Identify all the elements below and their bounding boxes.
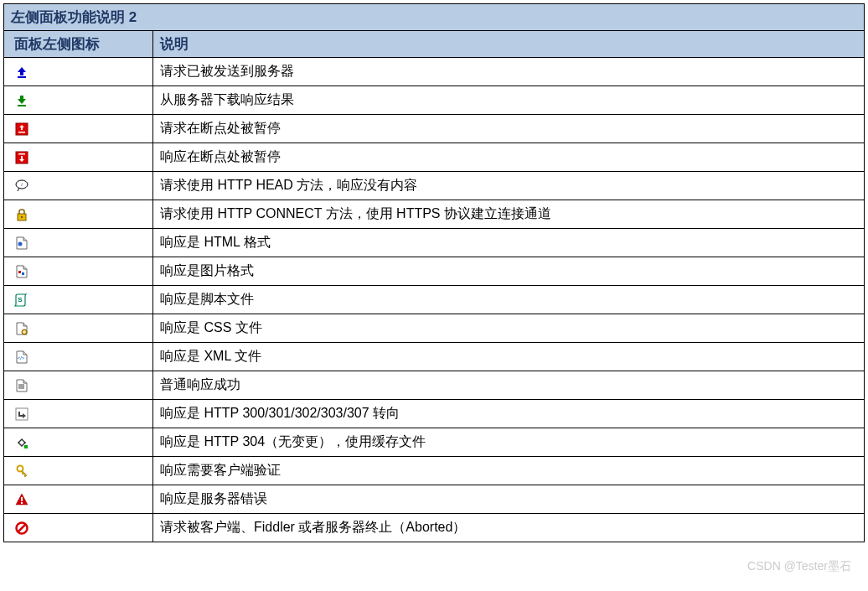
svg-rect-20 [24, 445, 28, 448]
table-row: 响应需要客户端验证 [4, 457, 865, 485]
row-desc: 从服务器下载响应结果 [153, 86, 865, 115]
table-row: 从服务器下载响应结果 [4, 86, 865, 115]
row-desc: 响应是 CSS 文件 [153, 314, 865, 343]
row-desc: 响应需要客户端验证 [153, 457, 865, 485]
table-row: 请求被客户端、Fiddler 或者服务器终止（Aborted） [4, 514, 865, 542]
svg-text:S: S [18, 296, 23, 303]
row-desc: 请求使用 HTTP CONNECT 方法，使用 HTTPS 协议建立连接通道 [153, 200, 865, 229]
svg-point-10 [18, 241, 23, 246]
row-desc: 响应是 XML 文件 [153, 343, 865, 371]
svg-rect-5 [18, 153, 25, 155]
svg-rect-1 [18, 105, 26, 106]
xml-icon: </> [14, 350, 29, 365]
table-row: 响应是图片格式 [4, 257, 865, 286]
row-desc: 请求已被发送到服务器 [153, 58, 865, 86]
table-row: 响应是 HTTP 300/301/302/303/307 转向 [4, 400, 865, 428]
icon-legend-table: 左侧面板功能说明 2 面板左侧图标 说明 请求已被发送到服务器 从服务器下载响应… [3, 3, 865, 542]
auth-icon [14, 464, 29, 479]
row-desc: 响应是图片格式 [153, 257, 865, 286]
svg-rect-12 [22, 272, 24, 275]
table-row: 请求已被发送到服务器 [4, 58, 865, 86]
row-desc: 请求使用 HTTP HEAD 方法，响应没有内容 [153, 172, 865, 200]
row-desc: 响应在断点处被暂停 [153, 143, 865, 172]
table-row: 普通响应成功 [4, 371, 865, 400]
lock-icon [14, 207, 29, 222]
download-icon [14, 93, 29, 108]
svg-rect-0 [18, 76, 26, 78]
script-icon: S [14, 293, 29, 308]
svg-rect-19 [16, 408, 28, 420]
svg-rect-22 [21, 497, 23, 501]
image-icon [14, 264, 29, 279]
upload-icon [14, 65, 29, 80]
row-desc: 响应是 HTTP 304（无变更），使用缓存文件 [153, 428, 865, 457]
table-row: 响应在断点处被暂停 [4, 143, 865, 172]
table-row: 响应是 HTTP 304（无变更），使用缓存文件 [4, 428, 865, 457]
error-icon [14, 492, 29, 507]
svg-rect-11 [18, 271, 21, 273]
row-desc: 普通响应成功 [153, 371, 865, 400]
col-header-desc: 说明 [153, 31, 865, 58]
table-title: 左侧面板功能说明 2 [4, 4, 865, 31]
table-row: S 响应是脚本文件 [4, 286, 865, 314]
redirect-icon [14, 407, 29, 422]
row-desc: 响应是服务器错误 [153, 485, 865, 514]
table-row: 响应是 CSS 文件 [4, 314, 865, 343]
row-desc: 响应是脚本文件 [153, 286, 865, 314]
aborted-icon [14, 521, 29, 536]
table-row: </> 响应是 XML 文件 [4, 343, 865, 371]
table-row: 请求在断点处被暂停 [4, 115, 865, 143]
breakpoint-req-icon [14, 122, 29, 137]
table-row: i 请求使用 HTTP HEAD 方法，响应没有内容 [4, 172, 865, 200]
row-desc: 请求被客户端、Fiddler 或者服务器终止（Aborted） [153, 514, 865, 542]
cache-icon [14, 435, 29, 450]
svg-text:</>: </> [18, 355, 25, 360]
table-row: 响应是服务器错误 [4, 485, 865, 514]
head-icon: i [14, 179, 29, 194]
breakpoint-res-icon [14, 150, 29, 165]
success-icon [14, 378, 29, 393]
row-desc: 响应是 HTTP 300/301/302/303/307 转向 [153, 400, 865, 428]
svg-rect-3 [18, 132, 25, 133]
col-header-icon: 面板左侧图标 [4, 31, 153, 58]
html-icon [14, 236, 29, 251]
table-row: 请求使用 HTTP CONNECT 方法，使用 HTTPS 协议建立连接通道 [4, 200, 865, 229]
svg-point-9 [21, 216, 23, 218]
row-desc: 响应是 HTML 格式 [153, 229, 865, 257]
table-row: 响应是 HTML 格式 [4, 229, 865, 257]
row-desc: 请求在断点处被暂停 [153, 115, 865, 143]
svg-rect-23 [21, 502, 23, 504]
svg-text:i: i [21, 181, 23, 188]
css-icon [14, 321, 29, 336]
